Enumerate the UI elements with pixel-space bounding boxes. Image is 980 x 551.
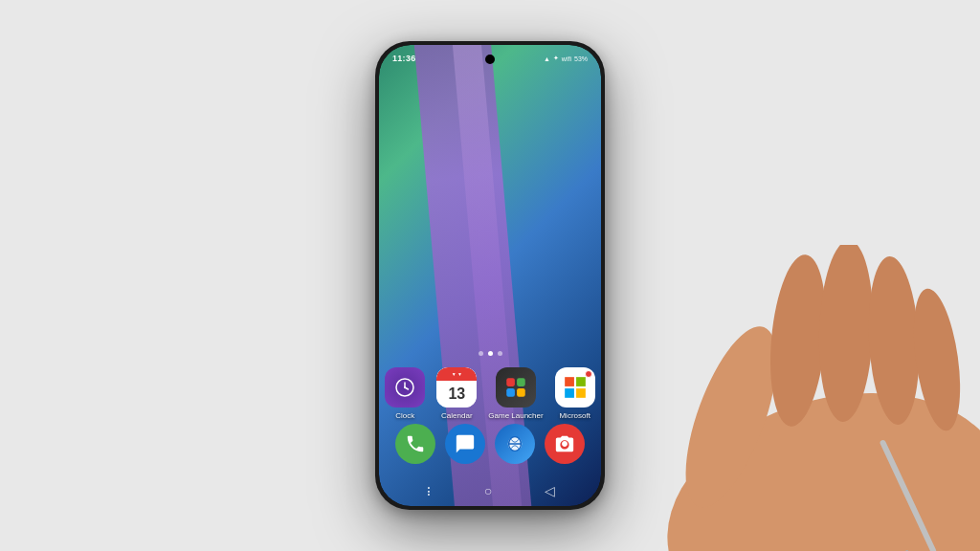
messages-icon-svg [455, 433, 476, 454]
svg-rect-6 [506, 388, 515, 397]
svg-rect-4 [506, 378, 515, 386]
app-microsoft[interactable]: Microsoft [555, 367, 595, 420]
nav-recents-button[interactable]: ⫶ [425, 483, 432, 498]
nav-bar: ⫶ ○ ◁ [379, 483, 601, 498]
nav-home-button[interactable]: ○ [484, 483, 492, 498]
app-clock[interactable]: Clock [385, 367, 425, 420]
svg-rect-5 [517, 378, 525, 386]
svg-rect-8 [565, 377, 574, 386]
clock-icon-bg [385, 367, 425, 408]
dot-2-active [488, 351, 493, 356]
camera-icon-svg [554, 433, 575, 454]
nav-back-button[interactable]: ◁ [545, 483, 555, 498]
svg-rect-10 [565, 388, 574, 398]
bluetooth-icon: ✦ [553, 55, 559, 62]
microsoft-notification-dot [585, 370, 592, 378]
page-dots [479, 351, 502, 356]
phone-body: 11:36 ▲ ✦ wifi 53% [375, 41, 605, 510]
phone-inner: 11:36 ▲ ✦ wifi 53% [379, 45, 601, 506]
scene: 11:36 ▲ ✦ wifi 53% [0, 0, 980, 551]
game-icon-svg [503, 375, 528, 400]
game-icon-bg [496, 367, 536, 408]
clock-svg [393, 376, 416, 399]
signal-icon: ▲ [544, 55, 550, 62]
app-calendar[interactable]: ▼ ▼ 13 Calendar [436, 367, 477, 420]
camera-cutout [485, 55, 495, 64]
calendar-icon-bg: ▼ ▼ 13 [436, 367, 477, 408]
app-row-1: Clock ▼ ▼ 13 [385, 367, 594, 420]
calendar-day: 13 [448, 386, 465, 403]
screen: 11:36 ▲ ✦ wifi 53% [379, 45, 601, 506]
dot-1 [479, 351, 483, 356]
app-grid: Clock ▼ ▼ 13 [379, 351, 601, 420]
svg-rect-11 [576, 388, 586, 398]
microsoft-icon-svg [563, 375, 588, 400]
dot-3 [498, 351, 502, 356]
svg-rect-7 [517, 388, 525, 397]
dock [379, 418, 601, 470]
calendar-month: ▼ ▼ [452, 371, 462, 377]
phone-icon-svg [405, 433, 426, 454]
dock-samsung-store[interactable] [495, 424, 535, 464]
store-icon-svg [504, 433, 525, 454]
status-icons: ▲ ✦ wifi 53% [544, 55, 588, 62]
app-game-launcher[interactable]: Game Launcher [488, 367, 543, 420]
svg-point-3 [404, 386, 406, 388]
svg-rect-9 [576, 377, 586, 386]
dock-messages[interactable] [445, 424, 485, 464]
status-time: 11:36 [392, 54, 416, 63]
wifi-icon: wifi [562, 55, 571, 62]
microsoft-icon-bg [555, 367, 595, 408]
dock-phone[interactable] [395, 424, 435, 464]
dock-camera[interactable] [545, 424, 585, 464]
battery-label: 53% [574, 55, 588, 62]
